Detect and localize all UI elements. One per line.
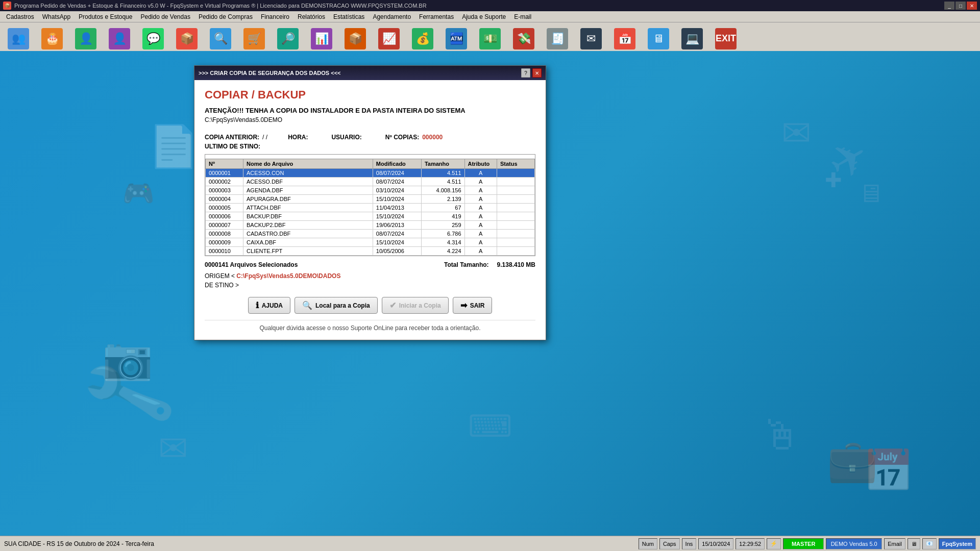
cell-attr: A: [464, 204, 497, 212]
action-buttons: ℹ AJUDA 🔍 Local para a Copia ✔ Iniciar a…: [205, 297, 535, 314]
menu-cadastros[interactable]: Cadastros: [2, 12, 38, 21]
destino-row: DE STINO >: [205, 282, 535, 289]
summary-right: Total Tamanho: 9.138.410 MB: [444, 261, 535, 268]
modal-help-button[interactable]: ?: [521, 68, 530, 78]
table-row[interactable]: 0000010 CLIENTE.FPT 10/05/2006 4.224 A: [206, 247, 535, 256]
desktop: 🔧 📷 ✉ 📄 ✉ ✈ 🎮 ✚ 🖥 ⌨ 🖱 📅 💼 >>> CRIAR COPI…: [0, 51, 980, 536]
local-icon: 🔍: [302, 300, 312, 310]
info-row: COPIA ANTERIOR: / / HORA: USUARIO: Nº CO…: [205, 134, 535, 141]
table-row[interactable]: 0000004 APURAGRA.DBF 15/10/2024 2.139 A: [206, 195, 535, 204]
cell-name: AGENDA.DBF: [243, 186, 373, 195]
cell-num: 0000008: [206, 230, 243, 238]
cell-status: [497, 256, 534, 257]
hora-label: HORA:: [288, 134, 308, 141]
sair-button[interactable]: ➡ SAIR: [453, 297, 493, 314]
table-row[interactable]: 0000003 AGENDA.DBF 03/10/2024 4.008.156 …: [206, 186, 535, 195]
backup-path: C:\FpqSys\Vendas5.0DEMO: [205, 116, 535, 123]
deco-bag-icon: 💼: [827, 437, 878, 485]
local-copia-button[interactable]: 🔍 Local para a Copia: [295, 297, 378, 314]
ajuda-icon: ℹ: [256, 300, 259, 310]
table-row[interactable]: 0000011 CLIENTE2.DBF 15/10/2024 6.521 A: [206, 256, 535, 257]
cell-size: 419: [421, 212, 464, 221]
ajuda-button[interactable]: ℹ AJUDA: [248, 297, 290, 314]
menu-agendamento[interactable]: Agendamento: [369, 12, 415, 21]
num-copias-item: Nº COPIAS: 000000: [385, 134, 443, 141]
cell-status: [497, 212, 534, 221]
iniciar-copia-button[interactable]: ✔ Iniciar a Copia: [382, 297, 449, 314]
menu-produtos-estoque[interactable]: Produtos e Estoque: [75, 12, 136, 21]
deco-gamepad-icon: 🎮: [122, 179, 154, 208]
cell-status: [497, 230, 534, 238]
menu-relatorios[interactable]: Relatórios: [293, 12, 329, 21]
copia-anterior-value: / /: [262, 134, 267, 141]
usuario-item: USUARIO:: [331, 134, 364, 141]
close-button[interactable]: ✕: [967, 2, 977, 10]
menu-pedido-compras[interactable]: Pedido de Compras: [194, 12, 257, 21]
deco-envelope-right-icon: ✉: [781, 112, 812, 154]
menu-whatsapp[interactable]: WhatsApp: [38, 12, 75, 21]
cell-size: 259: [421, 221, 464, 230]
cell-attr: A: [464, 247, 497, 256]
status-icon1: 🖥: [908, 538, 920, 549]
origem-path: C:\FpqSys\Vendas5.0DEMO\DADOS: [236, 272, 340, 280]
cell-name: ATTACH.DBF: [243, 204, 373, 212]
cell-name: APURAGRA.DBF: [243, 195, 373, 204]
deco-mouse-icon: 🖱: [761, 412, 801, 459]
file-table-container[interactable]: Nº Nome do Arquivo Modificado Tamanho At…: [205, 154, 535, 256]
table-row[interactable]: 0000007 BACKUP2.DBF 19/06/2013 259 A: [206, 221, 535, 230]
cell-attr: A: [464, 169, 497, 178]
summary-row: 0000141 Arquivos Selecionados Total Tama…: [205, 261, 535, 268]
menu-ajuda-suporte[interactable]: Ajuda e Suporte: [458, 12, 510, 21]
num-copias-value: 000000: [422, 134, 443, 141]
deco-envelope-left-icon: ✉: [158, 428, 188, 469]
menu-ferramentas[interactable]: Ferramentas: [415, 12, 458, 21]
local-label: Local para a Copia: [315, 302, 370, 309]
status-city-date: SUA CIDADE - RS 15 de Outubro de 2024 - …: [4, 540, 636, 547]
cell-size: 4.314: [421, 238, 464, 247]
cell-num: 0000006: [206, 212, 243, 221]
table-row[interactable]: 0000009 CAIXA.DBF 15/10/2024 4.314 A: [206, 238, 535, 247]
status-icon2: 📧: [922, 538, 937, 549]
iniciar-icon: ✔: [389, 300, 396, 310]
total-value: 9.138.410 MB: [497, 261, 535, 268]
header-modified: Modificado: [373, 159, 421, 169]
status-master: MASTER: [783, 538, 824, 549]
menu-pedido-vendas[interactable]: Pedido de Vendas: [136, 12, 194, 21]
cell-modified: 03/10/2024: [373, 186, 421, 195]
table-row[interactable]: 0000008 CADASTRO.DBF 08/07/2024 6.786 A: [206, 230, 535, 238]
cell-num: 0000010: [206, 247, 243, 256]
cell-num: 0000009: [206, 238, 243, 247]
cell-size: 67: [421, 204, 464, 212]
cell-size: 6.521: [421, 256, 464, 257]
header-name: Nome do Arquivo: [243, 159, 373, 169]
title-bar: 📦 Programa Pedido de Vendas + Estoque & …: [0, 0, 980, 11]
cell-attr: A: [464, 256, 497, 257]
app-icon: 📦: [3, 2, 11, 10]
ultimo-destino: ULTIMO DE STINO:: [205, 143, 535, 150]
maximize-button[interactable]: □: [955, 2, 966, 10]
table-row[interactable]: 0000005 ATTACH.DBF 11/04/2013 67 A: [206, 204, 535, 212]
header-attr: Atributo: [464, 159, 497, 169]
window-title: Programa Pedido de Vendas + Estoque & Fi…: [14, 3, 427, 9]
cell-status: [497, 169, 534, 178]
minimize-button[interactable]: _: [944, 2, 954, 10]
cell-modified: 11/04/2013: [373, 204, 421, 212]
file-table: Nº Nome do Arquivo Modificado Tamanho At…: [205, 159, 535, 256]
copia-anterior-label: COPIA ANTERIOR:: [205, 134, 259, 141]
modal-close-button[interactable]: ✕: [532, 68, 542, 78]
menu-email[interactable]: E-mail: [510, 12, 535, 21]
menu-financeiro[interactable]: Financeiro: [257, 12, 293, 21]
modal-controls: ? ✕: [521, 68, 542, 78]
window-controls: _ □ ✕: [944, 2, 977, 10]
cell-num: 0000007: [206, 221, 243, 230]
table-row[interactable]: 0000006 BACKUP.DBF 15/10/2024 419 A: [206, 212, 535, 221]
status-time: 12:29:52: [736, 538, 765, 549]
modal-body: COPIAR / BACKUP ATENÇÃO!!! TENHA A COPIA…: [194, 80, 546, 340]
cell-name: CLIENTE.FPT: [243, 247, 373, 256]
cell-modified: 08/07/2024: [373, 169, 421, 178]
status-demo: DEMO Vendas 5.0: [826, 538, 882, 549]
origem-row: ORIGEM < C:\FpqSys\Vendas5.0DEMO\DADOS: [205, 272, 535, 280]
menu-estatisticas[interactable]: Estatísticas: [329, 12, 369, 21]
table-row[interactable]: 0000001 ACESSO.CON 08/07/2024 4.511 A: [206, 169, 535, 178]
table-row[interactable]: 0000002 ACESSO.DBF 08/07/2024 4.511 A: [206, 178, 535, 186]
